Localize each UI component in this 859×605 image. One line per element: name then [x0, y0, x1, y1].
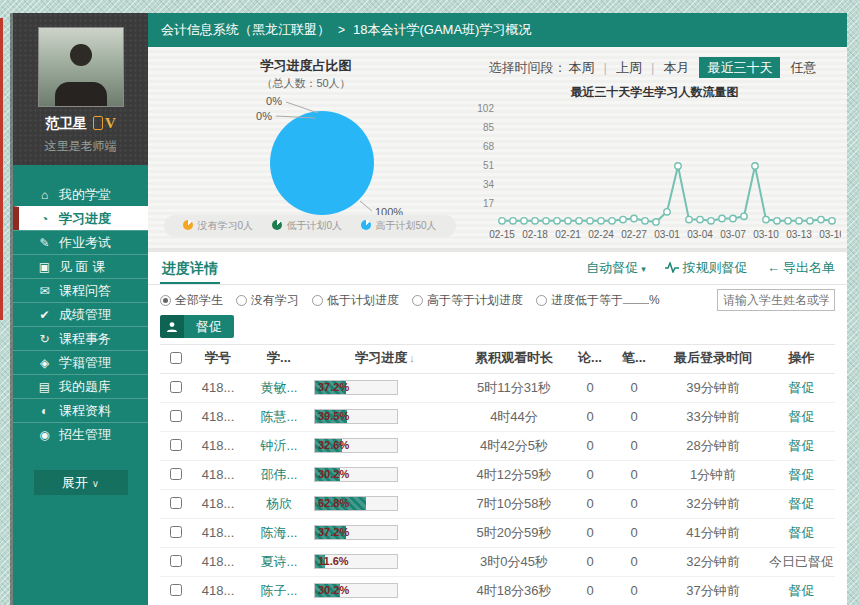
row-checkbox[interactable] [170, 497, 182, 509]
radio-icon [536, 295, 547, 306]
breadcrumb-page: 18本会计学(GAMA班)学习概况 [353, 22, 531, 37]
row-checkbox[interactable] [170, 555, 182, 567]
caret-down-icon: ▾ [641, 264, 646, 274]
legend-pie-icon [361, 220, 371, 230]
radio-icon [312, 295, 323, 306]
filter-radio-1[interactable]: 没有学习 [236, 293, 299, 307]
select-all-checkbox[interactable] [170, 352, 182, 364]
supervise-link[interactable]: 督促 [789, 525, 815, 540]
watch-time: 7时10分58秒 [458, 490, 570, 517]
filter-radio-3[interactable]: 高于等于计划进度 [412, 293, 523, 307]
sidebar-item-my-classroom[interactable]: ⌂我的学堂 [13, 183, 148, 206]
filter-radio-4[interactable]: 进度低于等于% [536, 293, 660, 307]
sidebar-item-course-materials[interactable]: ◐课程资料 [13, 398, 148, 422]
col-progress[interactable]: 学习进度↓ [312, 345, 458, 371]
row-checkbox[interactable] [170, 584, 182, 596]
student-roll-icon: ◈ [37, 352, 52, 375]
progress-percent-label: 32.6% [318, 439, 349, 452]
percent-suffix: % [649, 293, 660, 307]
progress-percent-label: 30.2% [318, 584, 349, 597]
last-login: 33分钟前 [658, 403, 768, 430]
sidebar-item-admissions[interactable]: ◉招生管理 [13, 422, 148, 446]
student-name-link[interactable]: 夏诗... [246, 548, 312, 575]
row-checkbox[interactable] [170, 526, 182, 538]
sidebar-item-student-roll[interactable]: ◈学籍管理 [13, 350, 148, 374]
supervise-link[interactable]: 督促 [789, 438, 815, 453]
student-name-link[interactable]: 黄敏... [246, 374, 312, 401]
student-name-link[interactable]: 陈慧... [246, 403, 312, 430]
question-bank-icon: ▤ [37, 376, 52, 399]
data-point [532, 218, 538, 224]
homework-icon: ✎ [37, 232, 52, 255]
row-checkbox[interactable] [170, 439, 182, 451]
supervise-link[interactable]: 督促 [789, 380, 815, 395]
student-name-link[interactable]: 陈海... [246, 519, 312, 546]
sidebar-item-label: 学籍管理 [59, 355, 111, 370]
x-tick-label: 02-21 [555, 229, 581, 240]
y-tick-label: 68 [483, 141, 495, 152]
data-point [785, 218, 791, 224]
action-cell: 督促 [768, 432, 835, 459]
progress-percent-label: 11.6% [318, 555, 349, 568]
sidebar-item-course-qa[interactable]: ✉课程问答 [13, 278, 148, 302]
row-checkbox[interactable] [170, 410, 182, 422]
col-notes: 笔... [610, 345, 658, 371]
filter-radio-2[interactable]: 低于计划进度 [312, 293, 399, 307]
rule-supervise-button[interactable]: 按规则督促 [665, 260, 747, 275]
filter-label: 低于计划进度 [327, 293, 399, 307]
data-point [686, 216, 692, 222]
student-name-link[interactable]: 陈子... [246, 577, 312, 604]
supervise-link[interactable]: 督促 [789, 409, 815, 424]
y-tick-label: 51 [483, 160, 495, 171]
expand-button[interactable]: 展开 ∨ [34, 470, 128, 495]
progress-bar: 11.6% [314, 554, 398, 569]
sidebar-item-homework-exam[interactable]: ✎作业考试 [13, 230, 148, 254]
export-list-button[interactable]: ←导出名单 [767, 260, 835, 275]
sidebar-item-label: 课程事务 [59, 331, 111, 346]
auto-supervise-dropdown[interactable]: 自动督促▾ [586, 260, 646, 275]
pie-label-below: 0% [256, 110, 272, 122]
tab-progress-detail[interactable]: 进度详情 [160, 252, 220, 284]
sort-desc-icon: ↓ [409, 352, 415, 364]
student-name-link[interactable]: 邵伟... [246, 461, 312, 488]
supervise-link[interactable]: 督促 [789, 467, 815, 482]
sidebar-item-meeting-class[interactable]: ▣见 面 课 [13, 254, 148, 278]
col-student-id: 学号 [190, 345, 246, 371]
table-row: 418...陈子...30.2%4时18分36秒0037分钟前督促 [160, 577, 835, 605]
header-select-all-cell [160, 345, 190, 373]
filter-row: 全部学生没有学习低于计划进度高于等于计划进度进度低于等于% [148, 285, 847, 309]
role-subtitle: 这里是老师端 [13, 138, 148, 155]
sidebar-item-learning-progress[interactable]: ◔学习进度 [13, 206, 148, 230]
supervise-button[interactable]: 督促 [160, 315, 234, 338]
filter-label: 没有学习 [251, 293, 299, 307]
data-point [708, 218, 714, 224]
left-red-edge [0, 18, 3, 320]
row-checkbox[interactable] [170, 468, 182, 480]
student-id: 418... [190, 461, 246, 488]
watch-time: 4时12分59秒 [458, 461, 570, 488]
course-affairs-icon: ↻ [37, 328, 52, 351]
action-cell: 督促 [768, 403, 835, 430]
breadcrumb-course[interactable]: 会计信息系统（黑龙江联盟） [161, 22, 330, 37]
supervise-link[interactable]: 督促 [789, 496, 815, 511]
table-row: 418...黄敏...37.2%5时11分31秒0039分钟前督促 [160, 374, 835, 403]
forum-count: 0 [570, 461, 610, 488]
sidebar-item-course-affairs[interactable]: ↻课程事务 [13, 326, 148, 350]
row-select-cell [160, 403, 190, 431]
data-point [499, 218, 505, 224]
photo-body-shape [55, 82, 107, 107]
student-name-link[interactable]: 杨欣 [246, 490, 312, 517]
row-checkbox[interactable] [170, 381, 182, 393]
watch-time: 3时0分45秒 [458, 548, 570, 575]
student-search-input[interactable] [717, 289, 835, 311]
data-point [543, 218, 549, 224]
progress-bar: 30.2% [314, 583, 398, 598]
percent-blank-input[interactable] [623, 293, 649, 304]
app-window: 范卫星V 这里是老师端 ⌂我的学堂◔学习进度✎作业考试▣见 面 课✉课程问答✔成… [0, 0, 859, 605]
supervise-link[interactable]: 督促 [789, 583, 815, 598]
data-point [554, 218, 560, 224]
filter-radio-0[interactable]: 全部学生 [160, 293, 223, 307]
sidebar-item-grades[interactable]: ✔成绩管理 [13, 302, 148, 326]
sidebar-item-question-bank[interactable]: ▤我的题库 [13, 374, 148, 398]
student-name-link[interactable]: 钟沂... [246, 432, 312, 459]
